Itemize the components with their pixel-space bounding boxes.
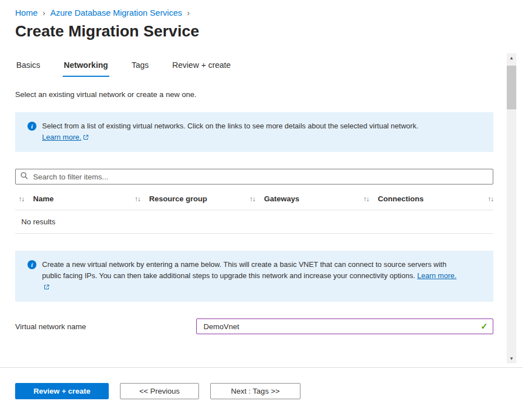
breadcrumb-link-home[interactable]: Home [15, 8, 38, 17]
sort-icon[interactable]: ↑↓ [18, 195, 24, 203]
tab-bar: Basics Networking Tags Review + create [15, 57, 493, 77]
sort-icon[interactable]: ↑↓ [249, 195, 255, 203]
breadcrumb: Home › Azure Database Migration Services… [0, 0, 523, 17]
info-box-new-vnet: i Create a new virtual network by enteri… [15, 251, 493, 302]
scrollbar-thumb[interactable] [507, 66, 516, 109]
info-icon: i [27, 260, 36, 269]
search-input[interactable] [32, 172, 488, 182]
sort-icon[interactable]: ↑↓ [488, 195, 493, 203]
previous-button[interactable]: << Previous [120, 383, 199, 399]
scroll-up-button[interactable]: ▲ [507, 53, 516, 63]
column-header-gateways[interactable]: ↑↓ Gateways [249, 195, 363, 203]
info-box-text: Select from a list of existing virtual n… [42, 121, 484, 132]
footer-button-bar: Review + create << Previous Next : Tags … [15, 383, 300, 399]
column-label: Gateways [264, 195, 299, 203]
external-link-icon [83, 132, 89, 144]
chevron-right-icon: › [187, 8, 190, 17]
scroll-down-button[interactable]: ▼ [507, 354, 516, 363]
next-tags-button[interactable]: Next : Tags >> [210, 383, 300, 399]
vnet-name-label: Virtual network name [15, 322, 196, 331]
vnet-name-field-row: Virtual network name ✓ [15, 319, 493, 334]
footer-divider [0, 367, 523, 368]
sort-icon[interactable]: ↑↓ [135, 195, 140, 203]
vnet-name-input[interactable] [196, 319, 493, 334]
review-create-button[interactable]: Review + create [15, 383, 109, 399]
learn-more-link[interactable]: Learn more. [42, 133, 81, 141]
info-box-text: Create a new virtual network by entering… [42, 260, 446, 280]
column-label: Connections [378, 195, 424, 203]
breadcrumb-link-migration-services[interactable]: Azure Database Migration Services [50, 8, 182, 17]
search-box[interactable] [15, 169, 493, 184]
search-icon [20, 172, 28, 182]
column-label: Resource group [149, 195, 207, 203]
info-icon: i [27, 122, 36, 131]
learn-more-link[interactable]: Learn more. [417, 271, 456, 280]
table-header: ↑↓ Name ↑↓ Resource group ↑↓ Gateways ↑↓… [15, 188, 493, 210]
table-empty-row: No results [15, 210, 493, 234]
no-results-text: No results [21, 218, 55, 226]
info-box-existing-vnet: i Select from a list of existing virtual… [15, 112, 493, 152]
sort-icon[interactable]: ↑↓ [363, 195, 369, 203]
chevron-right-icon: › [43, 8, 45, 17]
column-header-connections[interactable]: ↑↓ Connections ↑↓ [363, 195, 493, 203]
vertical-scrollbar[interactable]: ▲ ▼ [507, 53, 516, 363]
tab-tags[interactable]: Tags [131, 57, 150, 77]
tab-review-create[interactable]: Review + create [171, 57, 232, 77]
column-header-resource-group[interactable]: ↑↓ Resource group [135, 195, 249, 203]
valid-check-icon: ✓ [480, 321, 488, 331]
tab-networking[interactable]: Networking [63, 57, 109, 77]
tab-basics[interactable]: Basics [15, 57, 41, 77]
page-title: Create Migration Service [15, 22, 523, 40]
external-link-icon [44, 282, 49, 293]
column-label: Name [33, 195, 54, 203]
column-header-name[interactable]: ↑↓ Name [18, 195, 135, 203]
intro-text: Select an existing virtual network or cr… [15, 90, 493, 99]
